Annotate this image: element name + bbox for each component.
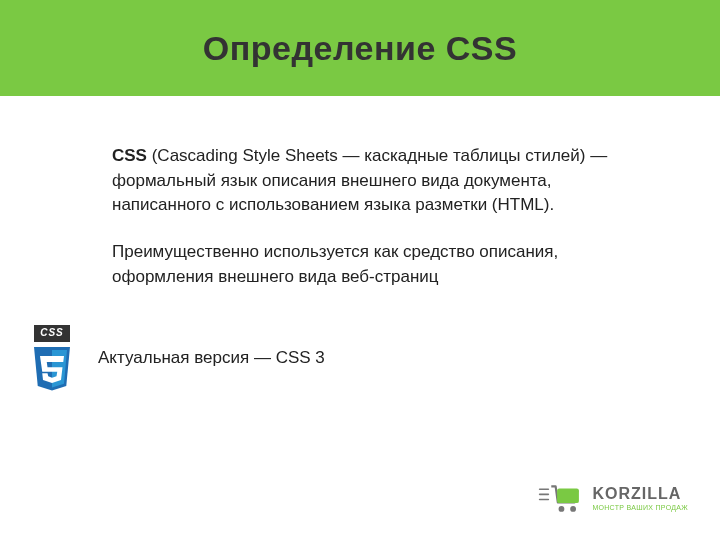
page-title: Определение CSS	[203, 29, 517, 68]
brand-tagline: МОНСТР ВАШИХ ПРОДАЖ	[592, 504, 688, 511]
svg-point-4	[559, 506, 565, 512]
content-area: CSS (Cascading Style Sheets — каскадные …	[0, 96, 720, 392]
brand-text: KORZILLA МОНСТР ВАШИХ ПРОДАЖ	[592, 486, 688, 511]
css3-badge-label: CSS	[34, 325, 70, 342]
version-text: Актуальная версия — CSS 3	[98, 346, 325, 371]
version-row: CSS Актуальная версия — CSS 3	[24, 325, 640, 392]
cart-icon	[538, 482, 582, 514]
svg-point-5	[571, 506, 577, 512]
usage-paragraph: Преимущественно используется как средств…	[112, 240, 640, 289]
definition-paragraph: CSS (Cascading Style Sheets — каскадные …	[112, 144, 640, 218]
css3-shield-icon	[28, 344, 76, 392]
brand-footer: KORZILLA МОНСТР ВАШИХ ПРОДАЖ	[538, 482, 688, 514]
brand-name: KORZILLA	[592, 486, 688, 502]
title-bar: Определение CSS	[0, 0, 720, 96]
css-term: CSS	[112, 146, 147, 165]
definition-text: (Cascading Style Sheets — каскадные табл…	[112, 146, 607, 214]
css3-logo-icon: CSS	[24, 325, 80, 392]
svg-rect-3	[557, 489, 579, 504]
